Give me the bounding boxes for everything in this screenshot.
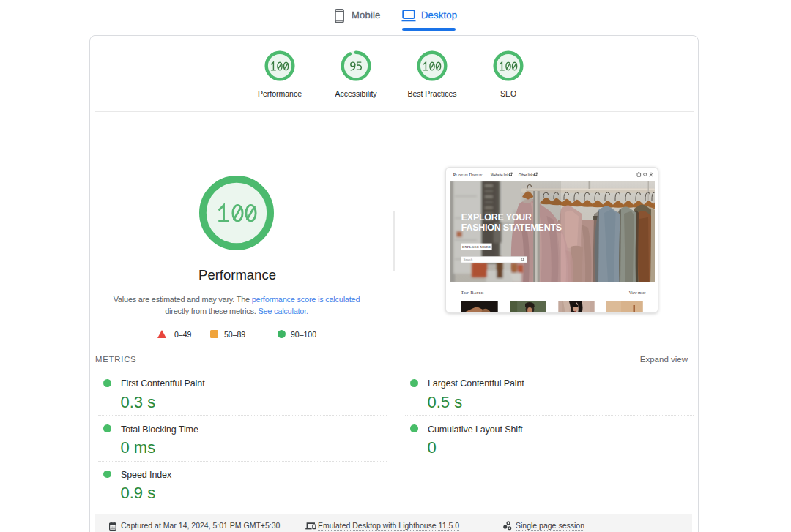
svg-text:Search: Search <box>464 258 472 261</box>
svg-text:Playfair Display: Playfair Display <box>453 173 483 177</box>
svg-text:Top Rated: Top Rated <box>461 290 484 295</box>
svg-text:Website link: Website link <box>491 173 509 177</box>
svg-text:EXPLORE MORE: EXPLORE MORE <box>462 245 491 249</box>
svg-text:Other links: Other links <box>519 173 535 177</box>
svg-text:FASHION STATEMENTS: FASHION STATEMENTS <box>461 222 562 233</box>
svg-text:EXPLORE YOUR: EXPLORE YOUR <box>461 212 532 222</box>
svg-text:View more: View more <box>629 291 647 295</box>
